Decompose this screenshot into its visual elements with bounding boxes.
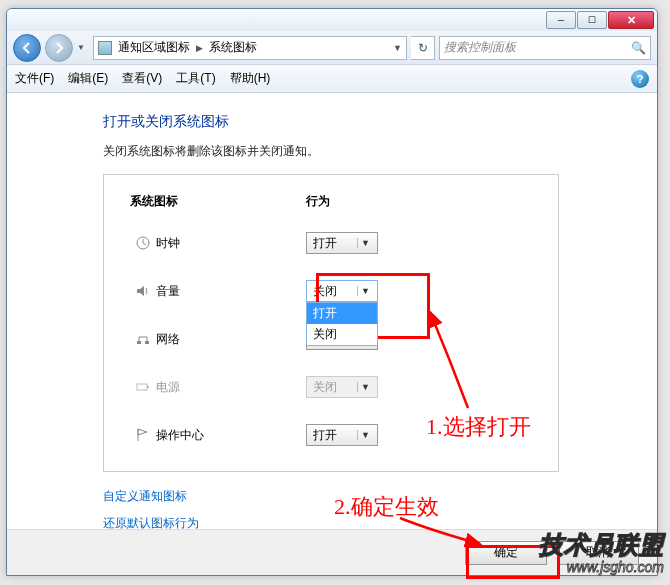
- row-volume: 音量 关闭▼ 打开 关闭: [130, 276, 536, 306]
- menu-tools[interactable]: 工具(T): [176, 70, 215, 87]
- action-center-combo[interactable]: 打开▼: [306, 424, 378, 446]
- menu-edit[interactable]: 编辑(E): [68, 70, 108, 87]
- window: ─ ☐ ✕ ▼ 通知区域图标 ▶ 系统图标 ▼ ↻ 搜索控制面板 🔍 文件(F)…: [6, 8, 658, 576]
- page-title: 打开或关闭系统图标: [103, 113, 647, 131]
- annotation-text-1: 1.选择打开: [426, 412, 531, 442]
- combo-option-close[interactable]: 关闭: [307, 324, 377, 345]
- cancel-button[interactable]: 取消: [557, 541, 639, 565]
- row-label: 时钟: [156, 235, 306, 252]
- row-label: 网络: [156, 331, 306, 348]
- menu-file[interactable]: 文件(F): [15, 70, 54, 87]
- search-placeholder: 搜索控制面板: [444, 39, 516, 56]
- menubar: 文件(F) 编辑(E) 查看(V) 工具(T) 帮助(H) ?: [7, 65, 657, 93]
- arrow-right-icon: [51, 40, 67, 56]
- power-icon: [130, 379, 156, 395]
- chevron-down-icon: ▼: [357, 286, 373, 296]
- row-label: 电源: [156, 379, 306, 396]
- breadcrumb-part[interactable]: 通知区域图标: [118, 39, 190, 56]
- row-clock: 时钟 打开▼: [130, 228, 536, 258]
- power-combo: 关闭▼: [306, 376, 378, 398]
- nav-history-dropdown[interactable]: ▼: [77, 43, 89, 52]
- chevron-down-icon: ▼: [357, 238, 373, 248]
- chevron-down-icon: ▼: [357, 430, 373, 440]
- arrow-left-icon: [19, 40, 35, 56]
- search-input[interactable]: 搜索控制面板 🔍: [439, 36, 651, 60]
- nav-row: ▼ 通知区域图标 ▶ 系统图标 ▼ ↻ 搜索控制面板 🔍: [7, 31, 657, 65]
- svg-rect-1: [137, 341, 141, 344]
- address-bar[interactable]: 通知区域图标 ▶ 系统图标 ▼: [93, 36, 407, 60]
- titlebar: ─ ☐ ✕: [7, 9, 657, 31]
- page-subtext: 关闭系统图标将删除该图标并关闭通知。: [103, 143, 647, 160]
- volume-combo-dropdown: 打开 关闭: [306, 302, 378, 346]
- maximize-button[interactable]: ☐: [577, 11, 607, 29]
- column-header-behavior: 行为: [306, 193, 482, 210]
- clock-combo[interactable]: 打开▼: [306, 232, 378, 254]
- back-button[interactable]: [13, 34, 41, 62]
- row-label: 操作中心: [156, 427, 306, 444]
- network-icon: [130, 331, 156, 347]
- menu-view[interactable]: 查看(V): [122, 70, 162, 87]
- flag-icon: [130, 427, 156, 443]
- svg-rect-3: [137, 384, 147, 390]
- svg-rect-2: [145, 341, 149, 344]
- breadcrumb-part[interactable]: 系统图标: [209, 39, 257, 56]
- row-power: 电源 关闭▼: [130, 372, 536, 402]
- volume-combo[interactable]: 关闭▼ 打开 关闭: [306, 280, 378, 302]
- control-panel-icon: [98, 41, 112, 55]
- close-button[interactable]: ✕: [608, 11, 654, 29]
- menu-help[interactable]: 帮助(H): [230, 70, 271, 87]
- forward-button[interactable]: [45, 34, 73, 62]
- clock-icon: [130, 235, 156, 251]
- help-icon[interactable]: ?: [631, 70, 649, 88]
- svg-rect-4: [147, 386, 149, 388]
- volume-icon: [130, 283, 156, 299]
- row-label: 音量: [156, 283, 306, 300]
- minimize-button[interactable]: ─: [546, 11, 576, 29]
- refresh-button[interactable]: ↻: [411, 36, 435, 60]
- footer: 确定 取消: [7, 529, 657, 575]
- search-icon: 🔍: [631, 41, 646, 55]
- chevron-down-icon: ▼: [357, 382, 373, 392]
- combo-option-open[interactable]: 打开: [307, 303, 377, 324]
- ok-button[interactable]: 确定: [465, 541, 547, 565]
- column-header-icon: 系统图标: [130, 193, 306, 210]
- annotation-text-2: 2.确定生效: [334, 492, 439, 522]
- content: 打开或关闭系统图标 关闭系统图标将删除该图标并关闭通知。 系统图标 行为 时钟 …: [7, 93, 657, 532]
- chevron-right-icon: ▶: [196, 43, 203, 53]
- chevron-down-icon[interactable]: ▼: [393, 43, 402, 53]
